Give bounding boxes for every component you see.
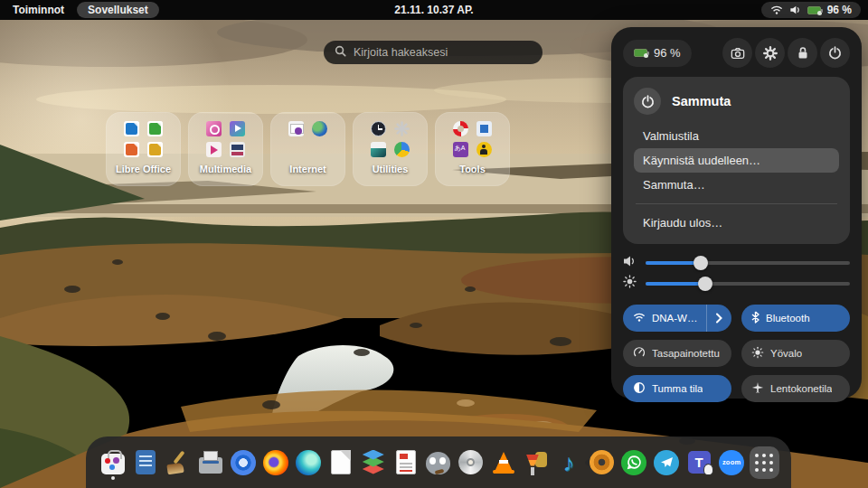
- dock-item-telegram[interactable]: [652, 446, 682, 480]
- battery-icon: [634, 49, 647, 57]
- power-profile-toggle[interactable]: Tasapainotettu: [623, 340, 731, 367]
- search-bar[interactable]: Kirjoita hakeaksesi: [324, 41, 542, 64]
- calc-icon: [147, 121, 163, 136]
- dock-item-music-player[interactable]: ♪: [553, 446, 583, 480]
- telegram-icon: [654, 450, 679, 475]
- system-tray[interactable]: 96 %: [761, 2, 861, 18]
- dock-item-vlc[interactable]: [488, 446, 518, 480]
- dock-item-libreoffice[interactable]: [326, 446, 355, 480]
- brightness-icon: [623, 275, 637, 292]
- lock-screen-button[interactable]: [788, 38, 817, 68]
- desktop-screen: Toiminnot Sovellukset 21.11. 10.37 AP.: [0, 0, 868, 488]
- media-player-icon: [230, 121, 245, 136]
- folder-internet[interactable]: Internet: [270, 112, 345, 186]
- writer-icon: [124, 121, 139, 136]
- bluetooth-toggle[interactable]: Bluetooth: [741, 305, 850, 332]
- wifi-toggle[interactable]: DNA-WIFI-5…: [623, 305, 731, 332]
- gimp-icon: [426, 452, 450, 474]
- wifi-network-name: DNA-WIFI-5…: [652, 313, 700, 324]
- dock-item-cocktail-app[interactable]: [521, 446, 551, 480]
- airplane-icon: [751, 381, 764, 396]
- help-lifebuoy-icon: [453, 121, 468, 136]
- image-viewer-icon: [206, 121, 222, 136]
- video-editor-icon: [206, 142, 222, 157]
- battery-percent: 96 %: [827, 4, 852, 16]
- dock-item-app-grid[interactable]: [750, 446, 779, 480]
- menu-item-suspend[interactable]: Valmiustila: [634, 124, 839, 148]
- menu-item-power-off[interactable]: Sammuta…: [634, 173, 839, 197]
- dock-item-software[interactable]: [98, 446, 127, 480]
- folder-label: Tools: [459, 164, 486, 174]
- app-folders-row: Libre Office Multimedia Internet: [106, 112, 510, 186]
- activities-button[interactable]: Toiminnot: [7, 2, 70, 18]
- brightness-slider[interactable]: [646, 282, 850, 286]
- mail-icon: [288, 121, 304, 136]
- chromium-icon: [231, 450, 256, 475]
- clock[interactable]: 21.11. 10.37 AP.: [394, 4, 473, 16]
- characters-icon: [453, 142, 468, 157]
- applications-button[interactable]: Sovellukset: [77, 2, 159, 18]
- airplane-mode-toggle[interactable]: Lentokonetila: [741, 375, 850, 402]
- settings-button[interactable]: [755, 38, 785, 68]
- battery-percent: 96 %: [654, 46, 681, 60]
- broom-icon: [165, 450, 191, 475]
- dock-item-disc-burner[interactable]: [456, 446, 486, 480]
- menu-item-log-out[interactable]: Kirjaudu ulos…: [634, 211, 839, 235]
- folder-tools[interactable]: Tools: [435, 112, 510, 186]
- power-profile-label: Tasapainotettu: [652, 348, 720, 359]
- app-grid-icon: [750, 446, 779, 479]
- vlc-cone-icon: [494, 452, 514, 474]
- dock-item-teams[interactable]: T: [684, 446, 714, 480]
- volume-slider-handle[interactable]: [693, 256, 708, 270]
- software-icon: [101, 454, 125, 474]
- libreoffice-document-icon: [331, 450, 351, 474]
- dock-item-layers[interactable]: [358, 446, 388, 480]
- dock-item-pdf[interactable]: [391, 446, 420, 480]
- firefox-icon: [263, 450, 288, 475]
- lock-icon: [797, 46, 809, 60]
- layers-stack-icon: [362, 450, 385, 475]
- dock-item-text-editor[interactable]: [130, 446, 160, 480]
- dark-mode-label: Tumma tila: [652, 383, 703, 394]
- clock-app-icon: [371, 121, 386, 136]
- brightness-slider-handle[interactable]: [698, 277, 712, 291]
- dark-mode-toggle[interactable]: Tumma tila: [623, 375, 731, 402]
- dock-item-whatsapp[interactable]: [619, 446, 649, 480]
- night-light-toggle[interactable]: Yövalo: [741, 340, 850, 367]
- folder-label: Internet: [289, 164, 326, 174]
- scanner-icon: [199, 457, 222, 474]
- folder-utilities[interactable]: Utilities: [353, 112, 428, 186]
- dock-item-chromium[interactable]: [228, 446, 258, 480]
- photos-icon: [230, 142, 245, 157]
- dock-item-gimp[interactable]: [423, 446, 453, 480]
- dock-item-bleachbit[interactable]: [163, 446, 193, 480]
- folder-label: Multimedia: [200, 164, 251, 174]
- dock-item-document-scanner[interactable]: [195, 446, 225, 480]
- power-button[interactable]: [820, 38, 850, 68]
- pdf-document-icon: [396, 450, 416, 474]
- volume-slider[interactable]: [646, 261, 850, 265]
- volume-icon: [623, 255, 637, 271]
- settings-gear-icon: [394, 121, 410, 136]
- teams-icon: T: [688, 451, 711, 474]
- web-browser-icon: [312, 121, 327, 136]
- screenshot-button[interactable]: [722, 38, 752, 68]
- search-icon: [335, 45, 346, 60]
- menu-item-restart[interactable]: Käynnistä uudelleen…: [634, 148, 839, 173]
- folder-libre-office[interactable]: Libre Office: [106, 112, 181, 186]
- battery-status-pill[interactable]: 96 %: [623, 40, 692, 67]
- folder-multimedia[interactable]: Multimedia: [188, 112, 263, 186]
- menu-divider: [636, 203, 837, 204]
- draw-icon: [147, 142, 163, 157]
- dock-item-firefox[interactable]: [260, 446, 290, 480]
- whatsapp-icon: [621, 450, 646, 475]
- wifi-details-chevron[interactable]: [706, 305, 731, 332]
- dock-item-audio-disc[interactable]: [587, 446, 617, 480]
- running-indicator: [111, 476, 115, 480]
- battery-icon: [807, 6, 821, 14]
- dock-item-edge[interactable]: [293, 446, 323, 480]
- airplane-mode-label: Lentokonetila: [770, 383, 832, 394]
- folder-label: Utilities: [373, 164, 409, 174]
- volume-slider-fill: [646, 261, 701, 265]
- dock-item-zoom[interactable]: zoom: [717, 446, 747, 480]
